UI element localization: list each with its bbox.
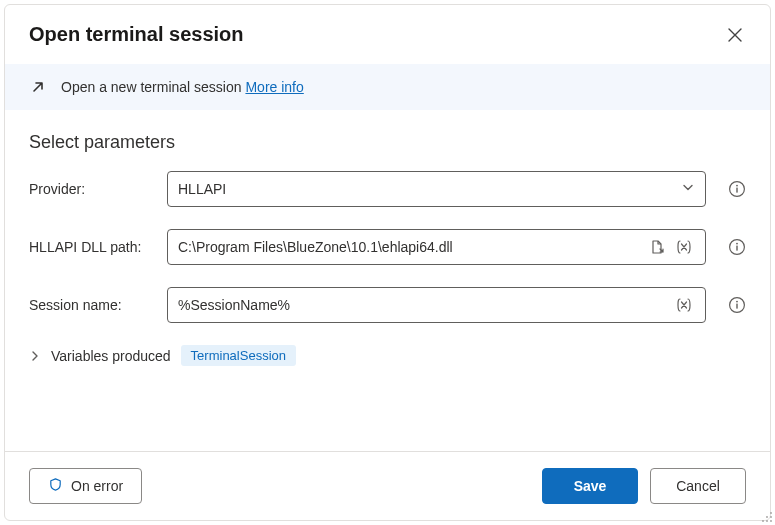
dialog-content: Select parameters Provider: HLLAPI HLLAP…	[5, 110, 770, 451]
footer-actions: Save Cancel	[542, 468, 746, 504]
dialog-title: Open terminal session	[29, 23, 244, 46]
session-name-control-wrap	[167, 287, 706, 323]
dll-path-input[interactable]	[178, 230, 641, 264]
file-picker-button[interactable]	[647, 237, 667, 257]
open-external-icon	[29, 78, 47, 96]
variable-chip[interactable]: TerminalSession	[181, 345, 296, 366]
svg-point-4	[736, 243, 738, 245]
resize-grip[interactable]	[761, 511, 773, 523]
on-error-label: On error	[71, 478, 123, 494]
svg-point-14	[770, 520, 772, 522]
cancel-button[interactable]: Cancel	[650, 468, 746, 504]
variables-produced-label: Variables produced	[51, 348, 171, 364]
save-button[interactable]: Save	[542, 468, 638, 504]
info-icon[interactable]	[728, 180, 746, 198]
dialog: Open terminal session Open a new termina…	[4, 4, 771, 521]
session-name-input[interactable]	[178, 288, 667, 322]
svg-point-7	[736, 301, 738, 303]
resize-grip-icon	[761, 510, 773, 525]
cancel-label: Cancel	[676, 478, 720, 494]
session-name-inline-icons	[673, 295, 695, 315]
svg-point-13	[766, 520, 768, 522]
variables-produced-row: Variables produced TerminalSession	[29, 345, 746, 366]
close-icon	[728, 30, 742, 45]
shield-icon	[48, 477, 63, 495]
expand-variables-toggle[interactable]	[29, 350, 41, 362]
label-session-name: Session name:	[29, 297, 157, 313]
dialog-footer: On error Save Cancel	[5, 451, 770, 520]
svg-rect-5	[736, 246, 737, 251]
info-banner-text: Open a new terminal session More info	[61, 79, 304, 95]
row-dll-path: HLLAPI DLL path:	[29, 229, 746, 265]
dll-path-control-wrap	[167, 229, 706, 265]
dll-path-control	[167, 229, 706, 265]
row-session-name: Session name:	[29, 287, 746, 323]
label-provider: Provider:	[29, 181, 157, 197]
dialog-header: Open terminal session	[5, 5, 770, 58]
file-icon	[649, 243, 665, 258]
section-title: Select parameters	[29, 132, 746, 153]
more-info-link[interactable]: More info	[245, 79, 303, 95]
variable-picker-button[interactable]	[673, 237, 695, 257]
svg-point-11	[770, 516, 772, 518]
provider-value: HLLAPI	[178, 181, 226, 197]
variable-icon	[675, 243, 693, 258]
on-error-button[interactable]: On error	[29, 468, 142, 504]
variable-icon	[675, 301, 693, 316]
svg-point-12	[762, 520, 764, 522]
svg-rect-2	[736, 188, 737, 193]
svg-rect-8	[736, 304, 737, 309]
chevron-down-icon	[681, 181, 695, 198]
variable-picker-button[interactable]	[673, 295, 695, 315]
info-banner: Open a new terminal session More info	[5, 64, 770, 110]
banner-description: Open a new terminal session	[61, 79, 245, 95]
provider-select[interactable]: HLLAPI	[167, 171, 706, 207]
svg-point-10	[766, 516, 768, 518]
row-provider: Provider: HLLAPI	[29, 171, 746, 207]
svg-point-1	[736, 185, 738, 187]
save-label: Save	[574, 478, 607, 494]
svg-point-9	[770, 512, 772, 514]
close-button[interactable]	[724, 24, 746, 46]
provider-control-wrap: HLLAPI	[167, 171, 706, 207]
session-name-control	[167, 287, 706, 323]
info-icon[interactable]	[728, 296, 746, 314]
label-dll-path: HLLAPI DLL path:	[29, 239, 157, 255]
dll-path-inline-icons	[647, 237, 695, 257]
chevron-right-icon	[29, 349, 41, 365]
info-icon[interactable]	[728, 238, 746, 256]
